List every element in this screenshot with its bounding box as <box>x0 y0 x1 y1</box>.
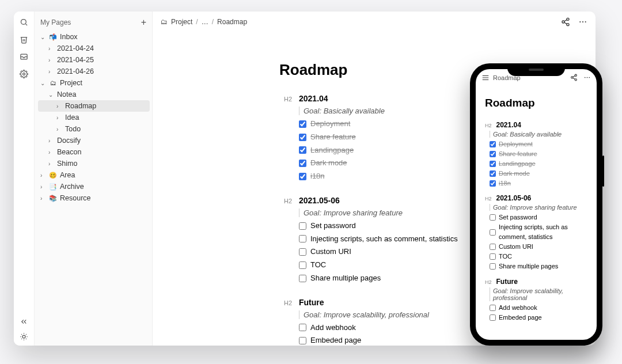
sidebar-item-label: Todo <box>65 125 81 133</box>
chevron-right-icon[interactable]: › <box>48 69 54 75</box>
svg-point-26 <box>575 79 577 81</box>
share-icon[interactable] <box>570 74 578 81</box>
task-checkbox[interactable] <box>490 305 496 311</box>
task-checkbox[interactable] <box>299 248 306 256</box>
sidebar-item-label: Archive <box>60 183 84 191</box>
menu-icon[interactable] <box>481 74 490 82</box>
task-label: i18n <box>499 179 511 188</box>
gear-icon[interactable] <box>20 69 29 78</box>
sidebar-item-label: 2021-04-24 <box>57 44 94 52</box>
sidebar-item[interactable]: ›Idea <box>38 112 150 123</box>
sidebar-item[interactable]: ›2021-04-24 <box>38 43 150 54</box>
chevron-right-icon[interactable]: › <box>48 138 54 144</box>
chevron-down-icon[interactable]: ⌄ <box>40 80 46 86</box>
task-checkbox[interactable] <box>490 141 496 147</box>
task-checkbox[interactable] <box>490 170 496 177</box>
task-checkbox[interactable] <box>299 337 306 344</box>
share-icon[interactable] <box>561 17 570 26</box>
task-label: Set password <box>499 213 537 222</box>
task-checkbox[interactable] <box>490 314 496 321</box>
task-checkbox[interactable] <box>490 214 496 221</box>
svg-line-27 <box>573 78 575 79</box>
chevron-right-icon[interactable]: › <box>48 161 54 167</box>
sidebar-item[interactable]: ›Beacon <box>38 146 150 158</box>
chevron-down-icon[interactable]: ⌄ <box>48 92 54 98</box>
task-label: Deployment <box>310 117 350 131</box>
sidebar-item-label: Beacon <box>57 148 81 156</box>
sidebar-item-label: Area <box>60 171 75 179</box>
task-checkbox[interactable] <box>490 180 496 187</box>
task-checkbox[interactable] <box>490 161 496 167</box>
section-heading: 2021.05-06 <box>299 196 340 205</box>
more-icon[interactable] <box>578 17 587 26</box>
task-checkbox[interactable] <box>299 160 306 167</box>
sidebar-item[interactable]: ›Roadmap <box>38 100 150 112</box>
heading-marker: H2 <box>485 279 492 285</box>
task-label: Set password <box>310 219 356 233</box>
theme-icon[interactable] <box>20 332 29 341</box>
sidebar-item-label: Shimo <box>57 160 77 168</box>
page-icon: 🥴 <box>49 172 57 179</box>
task-label: Embeded page <box>499 313 542 323</box>
breadcrumb-ellipsis[interactable]: … <box>202 18 208 26</box>
task-row: Injecting scripts, such as comment, stat… <box>485 222 597 242</box>
search-icon[interactable] <box>20 17 29 26</box>
sidebar-item[interactable]: ›📚Resource <box>38 192 150 204</box>
chevron-right-icon[interactable]: › <box>48 57 54 63</box>
sidebar-item[interactable]: ›Docsify <box>38 135 150 146</box>
sidebar-item[interactable]: ›Shimo <box>38 158 150 169</box>
task-checkbox[interactable] <box>299 134 306 141</box>
chevron-right-icon[interactable]: › <box>40 195 46 202</box>
task-checkbox[interactable] <box>490 229 496 236</box>
chevron-right-icon[interactable]: › <box>56 126 62 132</box>
sidebar-item-label: 2021-04-25 <box>57 56 94 64</box>
chevron-right-icon[interactable]: › <box>40 184 46 190</box>
chevron-down-icon[interactable]: ⌄ <box>40 34 46 40</box>
section-heading: 2021.04 <box>496 121 521 129</box>
svg-point-31 <box>589 77 590 78</box>
task-checkbox[interactable] <box>490 253 496 260</box>
section-goal: Goal: Improve sharing feature <box>485 204 597 211</box>
task-checkbox[interactable] <box>299 222 306 230</box>
heading-marker: H2 <box>485 196 492 202</box>
icon-rail <box>14 12 35 346</box>
breadcrumb-root[interactable]: Project <box>171 18 192 26</box>
breadcrumb-leaf[interactable]: Roadmap <box>217 18 247 26</box>
task-checkbox[interactable] <box>299 235 306 242</box>
task-row: Custom URI <box>485 242 597 252</box>
task-checkbox[interactable] <box>299 173 306 180</box>
task-checkbox[interactable] <box>490 263 496 270</box>
sidebar-item[interactable]: ⌄Notea <box>38 89 150 100</box>
sidebar-item-label: Resource <box>60 194 91 202</box>
sidebar-item[interactable]: ›2021-04-25 <box>38 54 150 66</box>
sidebar-item[interactable]: ⌄🗂Project <box>38 77 150 89</box>
task-checkbox[interactable] <box>490 151 496 157</box>
trash-icon[interactable] <box>20 35 29 44</box>
chevron-right-icon[interactable]: › <box>56 115 62 121</box>
sidebar: My Pages + ⌄📬Inbox›2021-04-24›2021-04-25… <box>35 12 153 346</box>
collapse-sidebar-icon[interactable] <box>20 317 29 326</box>
sidebar-item[interactable]: ›2021-04-26 <box>38 66 150 77</box>
task-checkbox[interactable] <box>299 261 306 269</box>
chevron-right-icon[interactable]: › <box>56 103 62 109</box>
task-checkbox[interactable] <box>299 324 306 331</box>
sidebar-item[interactable]: ›📑Archive <box>38 181 150 192</box>
chevron-right-icon[interactable]: › <box>40 172 46 179</box>
chevron-right-icon[interactable]: › <box>48 46 54 52</box>
task-label: TOC <box>499 252 512 261</box>
sidebar-item[interactable]: ›🥴Area <box>38 169 150 181</box>
svg-point-3 <box>23 73 25 75</box>
add-page-button[interactable]: + <box>141 17 146 28</box>
chevron-right-icon[interactable]: › <box>48 149 54 156</box>
phone-mockup: Roadmap Roadmap H22021.04Goal: Basically… <box>470 63 602 346</box>
inbox-icon[interactable] <box>20 52 29 61</box>
svg-point-30 <box>587 77 588 78</box>
more-icon[interactable] <box>583 74 591 81</box>
task-checkbox[interactable] <box>299 275 306 282</box>
task-checkbox[interactable] <box>299 146 306 154</box>
sidebar-item[interactable]: ⌄📬Inbox <box>38 31 150 43</box>
task-checkbox[interactable] <box>299 120 306 128</box>
task-checkbox[interactable] <box>490 244 496 250</box>
sidebar-item[interactable]: ›Todo <box>38 123 150 135</box>
page-icon: 📑 <box>49 183 57 191</box>
